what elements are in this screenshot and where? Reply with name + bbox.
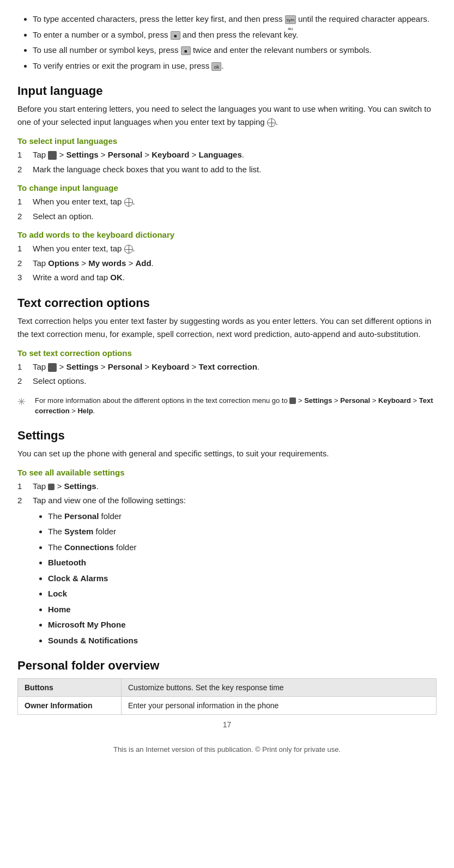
input-language-title: Input language bbox=[17, 84, 437, 98]
subsection-title-add-words: To add words to the keyboard dictionary bbox=[17, 230, 437, 239]
subsection-title-select: To select input languages bbox=[17, 136, 437, 146]
subsection-title-change: To change input language bbox=[17, 183, 437, 192]
select-languages-steps: 1Tap > Settings > Personal > Keyboard > … bbox=[17, 149, 437, 176]
table-row: Buttons Customize buttons. Set the key r… bbox=[18, 679, 437, 697]
ok-icon: ok bbox=[211, 62, 221, 71]
bullet-item: Home bbox=[48, 604, 437, 616]
table-cell-owner-label: Owner Information bbox=[18, 697, 122, 715]
globe-icon-3 bbox=[124, 245, 133, 254]
step-item: 2Tap and view one of the following setti… bbox=[17, 495, 437, 507]
step-item: 1When you enter text, tap . bbox=[17, 196, 437, 208]
personal-folder-section: Personal folder overview Buttons Customi… bbox=[17, 659, 437, 715]
settings-sub-bullets: The Personal folder The System folder Th… bbox=[33, 510, 437, 647]
app-icon-3 bbox=[289, 397, 296, 404]
sym-icon: ■ bbox=[171, 31, 180, 40]
globe-icon-2 bbox=[124, 198, 133, 207]
bullet-item: To use all number or symbol keys, press … bbox=[33, 44, 437, 57]
top-bullet-list: To type accented characters, press the l… bbox=[17, 13, 437, 72]
step-item: 2Mark the language check boxes that you … bbox=[17, 164, 437, 176]
app-icon-4 bbox=[48, 484, 55, 490]
bullet-item: Clock & Alarms bbox=[48, 572, 437, 585]
step-item: 1Tap > Settings > Personal > Keyboard > … bbox=[17, 149, 437, 161]
bullet-item: The System folder bbox=[48, 526, 437, 538]
see-settings-steps: 1Tap > Settings. 2Tap and view one of th… bbox=[17, 480, 437, 507]
settings-title: Settings bbox=[17, 429, 437, 443]
app-icon bbox=[48, 151, 57, 160]
sym-icon-2: ■ bbox=[181, 46, 191, 55]
note-text: For more information about the different… bbox=[35, 395, 437, 417]
bullet-item: The Connections folder bbox=[48, 541, 437, 554]
subsection-title-see-settings: To see all available settings bbox=[17, 468, 437, 477]
table-cell-buttons-desc: Customize buttons. Set the key response … bbox=[122, 679, 437, 697]
page-footer: This is an Internet version of this publ… bbox=[17, 745, 437, 754]
add-words-steps: 1When you enter text, tap . 2Tap Options… bbox=[17, 243, 437, 284]
subsection-title-set-correction: To set text correction options bbox=[17, 348, 437, 358]
input-language-section: Input language Before you start entering… bbox=[17, 84, 437, 284]
text-correction-title: Text correction options bbox=[17, 296, 437, 310]
bullet-item: To type accented characters, press the l… bbox=[33, 13, 437, 26]
step-item: 1Tap > Settings. bbox=[17, 480, 437, 493]
bullet-item: The Personal folder bbox=[48, 510, 437, 523]
page-number: 17 bbox=[17, 720, 437, 729]
bullet-item: Lock bbox=[48, 588, 437, 600]
settings-desc: You can set up the phone with general an… bbox=[17, 447, 437, 460]
text-correction-desc: Text correction helps you enter text fas… bbox=[17, 315, 437, 341]
step-item: 3Write a word and tap OK. bbox=[17, 272, 437, 284]
set-correction-steps: 1Tap > Settings > Personal > Keyboard > … bbox=[17, 361, 437, 388]
bullet-item: To verify entries or exit the program in… bbox=[33, 60, 437, 73]
overview-table: Buttons Customize buttons. Set the key r… bbox=[17, 678, 437, 715]
globe-icon-1 bbox=[267, 118, 276, 127]
personal-folder-title: Personal folder overview bbox=[17, 659, 437, 673]
table-cell-buttons-label: Buttons bbox=[18, 679, 122, 697]
app-icon-2 bbox=[48, 363, 57, 372]
step-item: 1Tap > Settings > Personal > Keyboard > … bbox=[17, 361, 437, 373]
change-language-steps: 1When you enter text, tap . 2Select an o… bbox=[17, 196, 437, 222]
bullet-item: Microsoft My Phone bbox=[48, 619, 437, 631]
settings-section: Settings You can set up the phone with g… bbox=[17, 429, 437, 647]
sym-au-icon: symau bbox=[285, 15, 296, 24]
table-row: Owner Information Enter your personal in… bbox=[18, 697, 437, 715]
bullet-item: To enter a number or a symbol, press ■ a… bbox=[33, 29, 437, 41]
step-item: 2Select options. bbox=[17, 375, 437, 388]
input-language-desc: Before you start entering letters, you n… bbox=[17, 103, 437, 129]
step-item: 1When you enter text, tap . bbox=[17, 243, 437, 255]
note-box: ✳ For more information about the differe… bbox=[17, 395, 437, 417]
step-item: 2Select an option. bbox=[17, 210, 437, 223]
text-correction-section: Text correction options Text correction … bbox=[17, 296, 437, 417]
table-cell-owner-desc: Enter your personal information in the p… bbox=[122, 697, 437, 715]
note-icon: ✳ bbox=[17, 396, 29, 408]
step-item: 2Tap Options > My words > Add. bbox=[17, 257, 437, 270]
bullet-item: Bluetooth bbox=[48, 557, 437, 569]
bullet-item: Sounds & Notifications bbox=[48, 635, 437, 647]
